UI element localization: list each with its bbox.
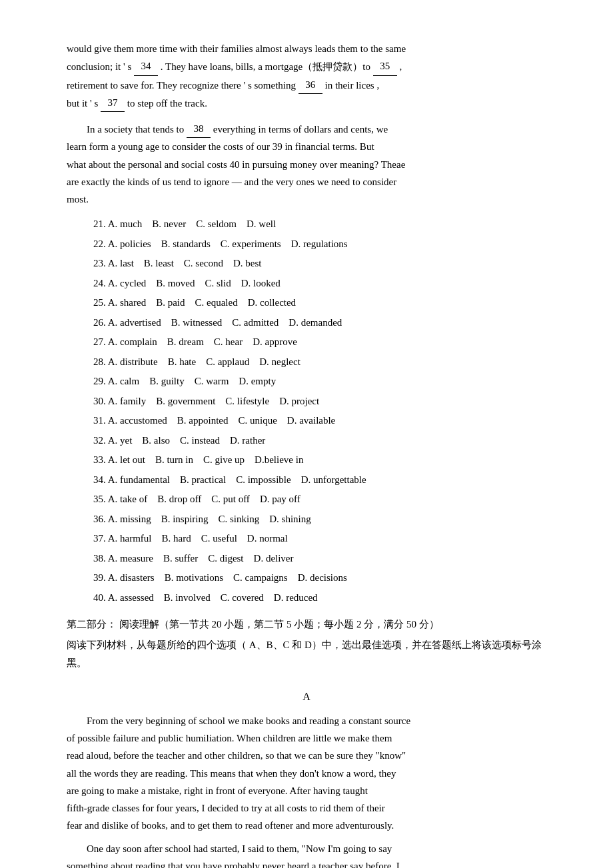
q-opt-b: B. standards <box>161 238 211 249</box>
q-num: 29. A. calm <box>93 376 139 386</box>
blank-35: 35 <box>373 57 397 75</box>
section2-instruction: 阅读下列材料，从每题所给的四个选项（ A、B、C 和 D）中，选出最佳选项，并在… <box>67 636 546 672</box>
q-num: 31. A. accustomed <box>93 415 167 426</box>
q-opt-c: C. lifestyle <box>225 396 269 406</box>
passage-line1: From the very beginning of school we mak… <box>87 715 410 726</box>
q-opt-c: C. impossible <box>236 474 291 485</box>
q-num: 35. A. take of <box>93 494 147 504</box>
intro-paragraph: would give them more time with their fam… <box>67 40 546 112</box>
q-num: 24. A. cycled <box>93 278 146 288</box>
q-opt-d: D. demanded <box>289 317 342 328</box>
question-row-40: 40. A. assessed B. involved C. covered D… <box>67 590 546 607</box>
passage-line5: are going to make a mistake, right in fr… <box>67 785 368 796</box>
q-opt-c: C. put off <box>211 494 250 504</box>
passage-title: A <box>67 688 546 705</box>
q-opt-b: B. drop off <box>157 494 201 504</box>
passage-line7: fear and dislike of books, and to get th… <box>67 820 394 831</box>
q-opt-d: D. deliver <box>254 553 294 564</box>
passage-body: From the very beginning of school we mak… <box>67 712 546 868</box>
q-opt-c: C. warm <box>195 376 229 386</box>
section2-header: 第二部分： 阅读理解（第一节共 20 小题，第二节 5 小题；每小题 2 分，满… <box>67 616 546 634</box>
q-opt-d: D. decisions <box>298 572 347 583</box>
q-opt-b: B. paid <box>156 297 185 308</box>
q-num: 32. A. yet <box>93 435 132 446</box>
q-opt-b: B. turn in <box>155 454 193 465</box>
q-opt-d: D. empty <box>239 376 276 386</box>
blank-37: 37 <box>101 94 125 112</box>
q-opt-d: D. available <box>287 415 335 426</box>
q-num: 27. A. complain <box>93 336 157 347</box>
passage-line4: all the words they are reading. This mea… <box>67 768 396 779</box>
q-opt-c: C. unique <box>238 415 277 426</box>
q-opt-d: D. shining <box>269 514 311 524</box>
intro-paragraph2: In a society that tends to 38 everything… <box>67 120 546 208</box>
intro-line3a: retirement to save for. They recognize t… <box>67 80 299 91</box>
q-opt-c: C. second <box>184 258 223 268</box>
passage-para1: From the very beginning of school we mak… <box>67 712 546 835</box>
passage-para2-line2: something about reading that you have pr… <box>67 861 400 868</box>
q-num: 33. A. let out <box>93 454 145 465</box>
blank-34: 34 <box>134 57 158 75</box>
question-row-31: 31. A. accustomed B. appointed C. unique… <box>67 412 546 430</box>
question-row-30: 30. A. family B. government C. lifestyle… <box>67 393 546 410</box>
intro-line2b: s <box>127 61 134 72</box>
q-num: 22. A. policies <box>93 238 151 249</box>
q-opt-d: D. unforgettable <box>301 474 366 485</box>
q-opt-d: D.believe in <box>255 454 303 465</box>
intro-line2a: conclusion; it <box>67 61 123 72</box>
q-opt-d: D. regulations <box>291 238 348 249</box>
q-opt-d: D. reduced <box>274 592 318 603</box>
intro-line4b: to step off the track. <box>125 98 207 109</box>
para2-line2: learn form a young age to consider the c… <box>67 141 374 152</box>
q-opt-c: C. useful <box>201 533 237 544</box>
intro-line2d: , <box>397 61 402 72</box>
q-opt-b: B. least <box>144 258 174 268</box>
q-opt-c: C. covered <box>221 592 264 603</box>
intro-line2c: . They have loans, bills, a mortgage（抵押贷… <box>158 61 373 72</box>
q-opt-b: B. government <box>156 396 215 406</box>
q-opt-b: B. guilty <box>149 376 185 386</box>
q-opt-c: C. experiments <box>221 238 281 249</box>
q-num: 39. A. disasters <box>93 572 155 583</box>
q-opt-b: B. hard <box>162 533 191 544</box>
q-num: 30. A. family <box>93 396 146 406</box>
q-num: 34. A. fundamental <box>93 474 170 485</box>
q-opt-d: D. project <box>279 396 319 406</box>
q-opt-d: D. collected <box>248 297 296 308</box>
question-row-34: 34. A. fundamental B. practical C. impos… <box>67 472 546 489</box>
passage-para2-line1: One day soon after school had started, I… <box>87 843 392 854</box>
q-opt-b: B. also <box>142 435 170 446</box>
q-opt-c: C. equaled <box>195 297 238 308</box>
question-row-26: 26. A. advertised B. witnessed C. admitt… <box>67 314 546 332</box>
question-row-21: 21. A. much B. never C. seldom D. well <box>67 216 546 233</box>
blank-38: 38 <box>187 120 211 138</box>
q-num: 21. A. much <box>93 218 142 229</box>
q-opt-b: B. motivations <box>165 572 223 583</box>
passage-line3: read aloud, before the teacher and other… <box>67 750 406 761</box>
para2-line3: what about the personal and social costs… <box>67 159 405 170</box>
question-row-29: 29. A. calm B. guilty C. warm D. empty <box>67 373 546 390</box>
questions-section: 21. A. much B. never C. seldom D. well22… <box>67 216 546 606</box>
q-num: 36. A. missing <box>93 514 151 524</box>
q-opt-b: B. involved <box>164 592 211 603</box>
para2-line4: are exactly the kinds of us tend to igno… <box>67 177 396 187</box>
q-opt-d: D. looked <box>241 278 281 288</box>
q-opt-c: C. give up <box>203 454 245 465</box>
q-opt-d: D. normal <box>247 533 288 544</box>
q-opt-b: B. appointed <box>177 415 229 426</box>
q-opt-d: D. neglect <box>259 356 301 367</box>
intro-line4a: but it ' s <box>67 98 101 109</box>
q-opt-b: B. inspiring <box>161 514 209 524</box>
passage-para2: One day soon after school had started, I… <box>67 840 546 868</box>
q-opt-d: D. rather <box>230 435 265 446</box>
q-num: 37. A. harmful <box>93 533 152 544</box>
para2-line1b: everything in terms of dollars and cents… <box>211 124 388 135</box>
q-num: 38. A. measure <box>93 553 153 564</box>
q-opt-c: C. applaud <box>206 356 249 367</box>
question-row-28: 28. A. distribute B. hate C. applaud D. … <box>67 354 546 371</box>
q-opt-b: B. never <box>152 218 186 229</box>
q-opt-c: C. hear <box>214 336 243 347</box>
question-row-23: 23. A. last B. least C. second D. best <box>67 255 546 272</box>
passage-line2: of possible failure and public humiliati… <box>67 733 392 743</box>
q-opt-c: C. slid <box>205 278 231 288</box>
